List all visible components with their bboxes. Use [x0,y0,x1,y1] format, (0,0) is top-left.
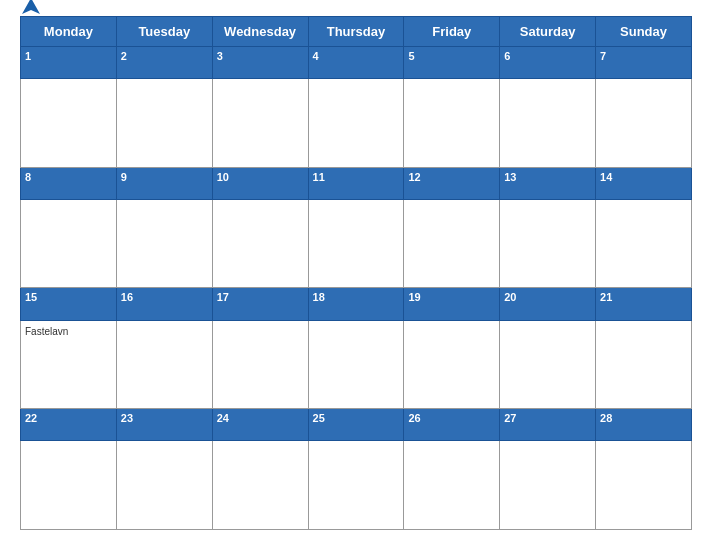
week-content-row-3: Fastelavn [21,320,692,409]
week-header-day-24: 24 [212,409,308,441]
week-content-day-23 [116,441,212,530]
day-number-14: 14 [600,171,687,183]
week-header-day-27: 27 [500,409,596,441]
day-number-3: 3 [217,50,304,62]
week-header-day-10: 10 [212,167,308,199]
weekday-header-sunday: Sunday [596,17,692,47]
day-number-16: 16 [121,291,208,303]
week-content-day-24 [212,441,308,530]
week-content-day-13 [500,199,596,288]
week-content-day-21 [596,320,692,409]
day-number-6: 6 [504,50,591,62]
logo-bird-icon [20,0,42,24]
logo [20,0,42,24]
week-header-day-6: 6 [500,47,596,79]
day-number-12: 12 [408,171,495,183]
week-content-day-17 [212,320,308,409]
week-content-day-7 [596,79,692,168]
week-header-day-26: 26 [404,409,500,441]
week-header-day-14: 14 [596,167,692,199]
day-number-26: 26 [408,412,495,424]
week-header-day-3: 3 [212,47,308,79]
week-header-row-4: 22232425262728 [21,409,692,441]
day-number-9: 9 [121,171,208,183]
week-content-day-20 [500,320,596,409]
day-number-22: 22 [25,412,112,424]
week-content-day-11 [308,199,404,288]
day-number-13: 13 [504,171,591,183]
week-content-day-15: Fastelavn [21,320,117,409]
week-content-day-26 [404,441,500,530]
week-header-row-3: 15161718192021 [21,288,692,320]
day-number-1: 1 [25,50,112,62]
week-content-day-19 [404,320,500,409]
week-content-day-9 [116,199,212,288]
week-header-day-4: 4 [308,47,404,79]
week-content-row-1 [21,79,692,168]
week-content-day-8 [21,199,117,288]
week-content-day-14 [596,199,692,288]
week-content-day-2 [116,79,212,168]
week-header-day-13: 13 [500,167,596,199]
day-number-24: 24 [217,412,304,424]
day-number-19: 19 [408,291,495,303]
day-number-8: 8 [25,171,112,183]
week-header-day-7: 7 [596,47,692,79]
week-header-day-2: 2 [116,47,212,79]
weekday-header-wednesday: Wednesday [212,17,308,47]
week-header-day-23: 23 [116,409,212,441]
week-header-day-25: 25 [308,409,404,441]
week-header-day-9: 9 [116,167,212,199]
week-content-day-25 [308,441,404,530]
week-header-day-1: 1 [21,47,117,79]
week-content-day-22 [21,441,117,530]
week-content-day-18 [308,320,404,409]
week-header-day-20: 20 [500,288,596,320]
weekday-header-row: MondayTuesdayWednesdayThursdayFridaySatu… [21,17,692,47]
week-header-day-16: 16 [116,288,212,320]
day-number-25: 25 [313,412,400,424]
svg-marker-0 [22,0,40,14]
day-number-18: 18 [313,291,400,303]
week-content-day-5 [404,79,500,168]
week-header-day-22: 22 [21,409,117,441]
week-header-day-28: 28 [596,409,692,441]
week-content-day-4 [308,79,404,168]
week-content-day-28 [596,441,692,530]
week-content-day-10 [212,199,308,288]
week-content-day-16 [116,320,212,409]
day-number-5: 5 [408,50,495,62]
event-label: Fastelavn [25,326,112,337]
day-number-7: 7 [600,50,687,62]
week-content-day-1 [21,79,117,168]
day-number-27: 27 [504,412,591,424]
week-header-day-18: 18 [308,288,404,320]
week-header-day-11: 11 [308,167,404,199]
day-number-20: 20 [504,291,591,303]
week-header-day-15: 15 [21,288,117,320]
week-header-day-12: 12 [404,167,500,199]
day-number-21: 21 [600,291,687,303]
week-content-day-12 [404,199,500,288]
day-number-15: 15 [25,291,112,303]
week-header-day-8: 8 [21,167,117,199]
weekday-header-friday: Friday [404,17,500,47]
week-content-row-4 [21,441,692,530]
weekday-header-tuesday: Tuesday [116,17,212,47]
day-number-11: 11 [313,171,400,183]
week-content-day-3 [212,79,308,168]
week-header-day-21: 21 [596,288,692,320]
week-content-row-2 [21,199,692,288]
week-content-day-27 [500,441,596,530]
calendar-table: MondayTuesdayWednesdayThursdayFridaySatu… [20,16,692,530]
day-number-2: 2 [121,50,208,62]
week-header-row-1: 1234567 [21,47,692,79]
weekday-header-thursday: Thursday [308,17,404,47]
week-header-day-5: 5 [404,47,500,79]
day-number-28: 28 [600,412,687,424]
week-header-day-17: 17 [212,288,308,320]
week-content-day-6 [500,79,596,168]
day-number-10: 10 [217,171,304,183]
weekday-header-saturday: Saturday [500,17,596,47]
day-number-4: 4 [313,50,400,62]
